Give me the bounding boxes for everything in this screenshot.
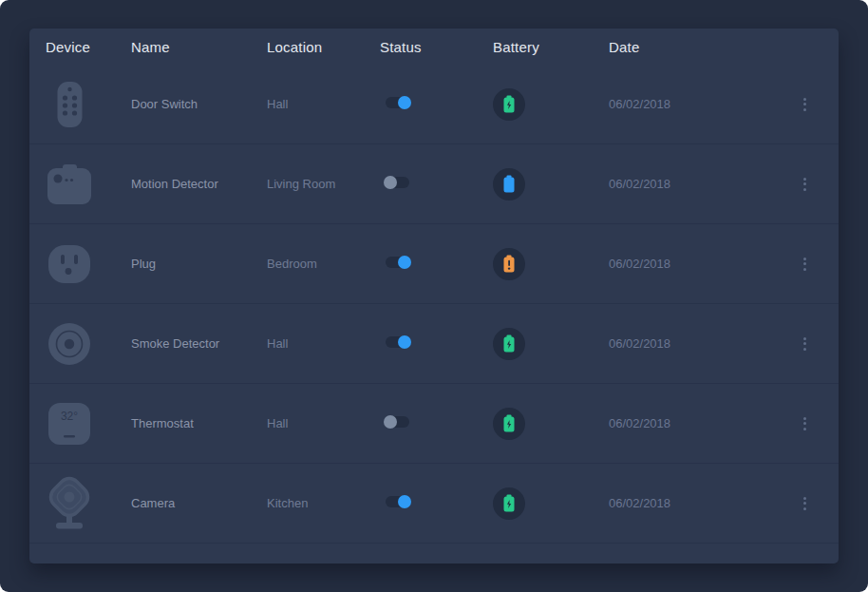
battery-green-charging-icon (493, 328, 525, 360)
device-date: 06/02/2018 (609, 416, 771, 430)
battery-orange-low-icon (493, 248, 525, 280)
toggle-knob (398, 335, 411, 349)
device-location: Hall (267, 336, 380, 351)
device-name: Smoke Detector (131, 336, 267, 351)
motion-detector-icon (46, 164, 93, 204)
table-footer (29, 544, 839, 563)
device-location: Bedroom (267, 257, 380, 271)
battery-green-charging-icon (493, 487, 525, 520)
device-date: 06/02/2018 (609, 496, 771, 510)
status-toggle[interactable] (386, 336, 409, 348)
column-header-date: Date (609, 39, 771, 55)
device-date: 06/02/2018 (609, 336, 771, 351)
device-name: Camera (131, 496, 267, 510)
column-header-name: Name (131, 39, 267, 55)
table-header: Device Name Location Status Battery Date (29, 29, 839, 65)
svg-text:32°: 32° (61, 410, 78, 423)
toggle-knob (398, 256, 411, 269)
device-date: 06/02/2018 (609, 177, 771, 191)
device-date: 06/02/2018 (609, 97, 771, 111)
device-name: Door Switch (131, 97, 267, 111)
table-row: Door Switch Hall 06/02/2018 (29, 65, 839, 144)
toggle-knob (384, 415, 397, 429)
toggle-knob (398, 96, 411, 109)
plug-icon (46, 244, 93, 284)
column-header-device: Device (29, 39, 131, 55)
status-toggle[interactable] (386, 416, 409, 428)
column-header-status: Status (380, 39, 493, 55)
table-row: Plug Bedroom 06/02/2018 (29, 224, 839, 304)
status-toggle[interactable] (386, 97, 409, 108)
table-row: Smoke Detector Hall 06/02/2018 (29, 304, 839, 384)
device-location: Kitchen (267, 496, 380, 510)
device-location: Hall (267, 416, 380, 430)
more-options-icon[interactable] (800, 334, 810, 354)
status-toggle[interactable] (386, 177, 409, 188)
more-options-icon[interactable] (800, 94, 810, 115)
battery-blue-full-icon (493, 168, 525, 201)
column-header-battery: Battery (493, 39, 609, 55)
table-row: 32° Thermostat Hall 06/02/2018 (29, 384, 839, 464)
toggle-knob (384, 176, 397, 189)
smoke-detector-icon (46, 322, 93, 366)
device-location: Hall (267, 97, 380, 111)
status-toggle[interactable] (386, 257, 409, 268)
device-name: Motion Detector (131, 177, 267, 191)
more-options-icon[interactable] (800, 493, 810, 514)
device-name: Plug (131, 257, 267, 271)
toggle-knob (398, 495, 411, 508)
remote-icon (46, 82, 93, 127)
table-body: Door Switch Hall 06/02/2018 Motion Detec… (29, 65, 839, 544)
table-row: Camera Kitchen 06/02/2018 (29, 464, 839, 544)
device-name: Thermostat (131, 416, 267, 430)
app-window: Device Name Location Status Battery Date… (0, 0, 868, 592)
more-options-icon[interactable] (800, 174, 810, 195)
device-date: 06/02/2018 (609, 257, 771, 271)
battery-green-charging-icon (493, 88, 525, 121)
more-options-icon[interactable] (800, 413, 810, 434)
column-header-location: Location (267, 39, 380, 55)
device-location: Living Room (267, 177, 380, 191)
camera-icon (46, 476, 93, 530)
thermostat-icon: 32° (46, 402, 93, 446)
status-toggle[interactable] (386, 496, 409, 507)
battery-green-charging-icon (493, 408, 525, 440)
devices-table-panel: Device Name Location Status Battery Date… (29, 29, 839, 563)
more-options-icon[interactable] (800, 254, 810, 275)
table-row: Motion Detector Living Room 06/02/2018 (29, 144, 839, 224)
